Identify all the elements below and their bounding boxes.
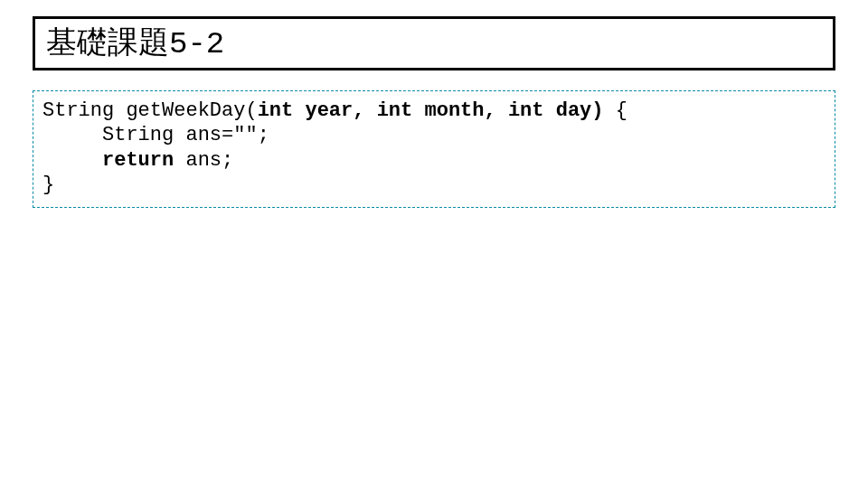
code-l3-indent: [42, 149, 102, 172]
title-text-number: 5-2: [169, 27, 224, 61]
code-l1-param3: int day): [508, 99, 604, 122]
code-l1-brace: {: [604, 99, 627, 122]
code-l1-signature: String getWeekDay(: [42, 99, 258, 122]
slide: 基礎課題5-2 String getWeekDay(int year, int …: [0, 0, 868, 488]
code-l4: }: [42, 174, 54, 196]
code-l2: String ans="";: [102, 124, 269, 146]
code-l3-return: return: [102, 149, 174, 172]
code-l2-indent: [42, 124, 102, 146]
code-l3-var: ans;: [174, 149, 233, 172]
code-sep1: [364, 99, 376, 122]
code-l1-param1: int year,: [258, 99, 365, 122]
title-text-cjk: 基礎課題: [46, 25, 169, 59]
title-box: 基礎課題5-2: [33, 16, 835, 70]
code-block: String getWeekDay(int year, int month, i…: [33, 90, 835, 208]
code-l1-param2: int month,: [377, 99, 496, 122]
code-sep2: [496, 99, 508, 122]
